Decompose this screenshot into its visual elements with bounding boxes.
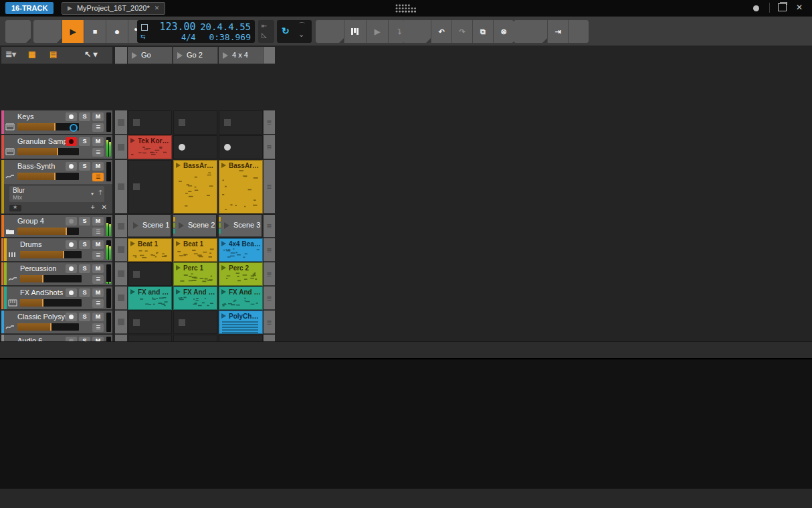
tempo-value[interactable]: 123.00 bbox=[152, 21, 195, 33]
mute-button[interactable]: M bbox=[92, 137, 104, 146]
scene-header-3[interactable]: 4 x 4 bbox=[219, 47, 264, 64]
punch-in-icon[interactable]: ⇤ bbox=[262, 22, 267, 29]
play-button[interactable]: ▶ bbox=[62, 20, 84, 43]
mini-menu-button[interactable]: ☰ bbox=[92, 275, 104, 284]
scene-launch-cell[interactable]: ≣ bbox=[264, 311, 275, 334]
position-block[interactable]: 20.4.4.550:38.969 bbox=[200, 21, 255, 42]
group-scene-cell[interactable]: Scene 3 bbox=[219, 215, 262, 237]
track-header-fx[interactable]: FX AndShotsSM☰ bbox=[1, 286, 112, 310]
launcher-clip[interactable]: Perc 2 bbox=[219, 262, 263, 286]
scene-launch-cell[interactable]: ≣ bbox=[264, 215, 275, 238]
volume-fader[interactable] bbox=[20, 275, 82, 282]
scene-play-icon[interactable] bbox=[133, 222, 138, 229]
clip-stop-cell[interactable] bbox=[115, 215, 127, 238]
clip-slot-empty[interactable] bbox=[219, 110, 263, 135]
project-tab-close-icon[interactable]: ✕ bbox=[155, 3, 160, 14]
project-switcher-button[interactable]: 16-TRACK bbox=[5, 2, 54, 14]
clip-slot-empty[interactable] bbox=[128, 262, 172, 286]
chevron-down-icon[interactable]: ▾ bbox=[91, 191, 94, 197]
redo-icon[interactable]: ↷ bbox=[452, 20, 473, 43]
lane-layout-icon[interactable]: ▤ bbox=[49, 50, 57, 59]
scene-header-1[interactable]: Go bbox=[128, 47, 173, 64]
clip-stop-cell[interactable] bbox=[115, 110, 127, 135]
volume-fader[interactable] bbox=[20, 251, 82, 258]
record-arm-button[interactable] bbox=[66, 288, 77, 297]
scene-play-icon[interactable] bbox=[224, 222, 229, 229]
mute-button[interactable]: M bbox=[92, 313, 104, 321]
arranger-range-icon[interactable]: ⇆ bbox=[140, 33, 148, 39]
launcher-clip[interactable]: BassArp 2 bbox=[219, 160, 263, 214]
volume-fader[interactable] bbox=[20, 299, 82, 307]
clip-stop-cell[interactable] bbox=[115, 286, 127, 310]
loop-toggle-icon[interactable]: ↻ bbox=[282, 25, 290, 36]
insert-device-icon[interactable]: ⇥ bbox=[548, 20, 569, 43]
mini-menu-button[interactable]: ☰ bbox=[92, 299, 104, 308]
automation-dot[interactable] bbox=[70, 124, 78, 132]
launcher-clip[interactable]: 4x4 Beat 1 bbox=[219, 238, 263, 262]
solo-button[interactable]: S bbox=[79, 217, 90, 226]
mute-button[interactable]: M bbox=[92, 162, 104, 171]
mute-button[interactable]: M bbox=[92, 288, 104, 297]
record-arm-button[interactable] bbox=[66, 240, 77, 249]
clip-slot-empty[interactable] bbox=[128, 311, 172, 334]
automation-param-selector[interactable]: BlurMix▾⍑ bbox=[9, 186, 104, 202]
edit-menu-button[interactable] bbox=[403, 20, 431, 43]
clip-stop-cell[interactable] bbox=[115, 311, 127, 334]
mini-menu-button[interactable]: ☰ bbox=[92, 228, 104, 236]
add-instrument-icon[interactable] bbox=[344, 20, 367, 43]
scene-play-icon[interactable] bbox=[132, 52, 137, 59]
track-list-menu-icon[interactable]: ≣▾ bbox=[5, 50, 16, 59]
track-header-poly[interactable]: Classic PolysynthSM☰ bbox=[1, 311, 112, 334]
duplicate-icon[interactable]: ⧉ bbox=[473, 20, 494, 43]
clip-slot-empty[interactable] bbox=[128, 160, 172, 214]
scene-launch-cell[interactable]: ≣ bbox=[264, 262, 275, 286]
delete-icon[interactable]: ⊗ bbox=[494, 20, 514, 43]
solo-button[interactable]: S bbox=[79, 288, 90, 297]
device-menu-button[interactable] bbox=[514, 20, 548, 43]
help-button[interactable] bbox=[569, 20, 589, 43]
record-slot-dot[interactable] bbox=[224, 144, 231, 151]
clip-stop-cell[interactable] bbox=[115, 135, 127, 159]
mute-button[interactable]: M bbox=[92, 240, 104, 249]
launcher-clip[interactable]: FX and Shots 1 bbox=[128, 286, 172, 310]
scene-launch-cell[interactable]: ≣ bbox=[264, 160, 275, 214]
track-header-group4[interactable]: Group 4SM☰ bbox=[1, 215, 112, 238]
mute-button[interactable]: M bbox=[92, 264, 104, 273]
mini-menu-button[interactable]: ☰ bbox=[92, 123, 104, 132]
mini-menu-button[interactable]: ☰ bbox=[92, 251, 104, 260]
tempo-block[interactable]: 123.004/4 bbox=[152, 21, 199, 42]
record-arm-button[interactable] bbox=[66, 313, 77, 321]
window-dot-icon[interactable] bbox=[753, 5, 759, 11]
track-header-granular[interactable]: Granular SamplerSM☰ bbox=[1, 135, 112, 159]
volume-fader[interactable] bbox=[17, 323, 79, 331]
scene-launch-cell[interactable]: ≣ bbox=[264, 238, 275, 262]
launcher-range-icon[interactable] bbox=[141, 24, 148, 31]
add-audio-icon[interactable]: ▶ bbox=[367, 20, 389, 43]
scene-launch-cell[interactable]: ≣ bbox=[264, 286, 275, 310]
scene-play-icon[interactable] bbox=[223, 52, 228, 59]
track-header-drums[interactable]: DrumsSM☰ bbox=[1, 238, 112, 262]
launcher-clip[interactable]: Beat 1 bbox=[128, 238, 172, 262]
record-arm-button[interactable] bbox=[66, 162, 77, 171]
mute-button[interactable]: M bbox=[92, 112, 104, 121]
play-menu-button[interactable] bbox=[33, 20, 62, 43]
record-arm-button[interactable] bbox=[66, 264, 77, 273]
volume-fader[interactable] bbox=[17, 228, 79, 235]
clip-stop-cell[interactable] bbox=[115, 238, 127, 262]
clip-slot-empty[interactable] bbox=[128, 110, 172, 135]
launcher-clip[interactable]: FX And Shots 2 bbox=[173, 286, 217, 310]
add-lane-button[interactable]: + bbox=[91, 203, 95, 211]
mute-button[interactable]: M bbox=[92, 217, 104, 226]
record-button[interactable]: ● bbox=[106, 20, 128, 43]
grid-layout-icon[interactable]: ▦ bbox=[28, 50, 35, 59]
solo-button[interactable]: S bbox=[79, 264, 90, 273]
position-value[interactable]: 20.4.4.55 bbox=[200, 21, 251, 32]
group-scene-cell[interactable]: Scene 2 bbox=[173, 215, 216, 237]
scene-launch-cell[interactable]: ≣ bbox=[264, 135, 275, 159]
solo-button[interactable]: S bbox=[79, 137, 90, 146]
clip-stop-cell[interactable] bbox=[115, 262, 127, 286]
fade-in-icon[interactable]: ⌒ bbox=[298, 21, 306, 31]
track-header-perc[interactable]: PercussionSM☰ bbox=[1, 262, 112, 286]
record-arm-button[interactable] bbox=[66, 112, 77, 121]
volume-fader[interactable] bbox=[17, 148, 79, 155]
